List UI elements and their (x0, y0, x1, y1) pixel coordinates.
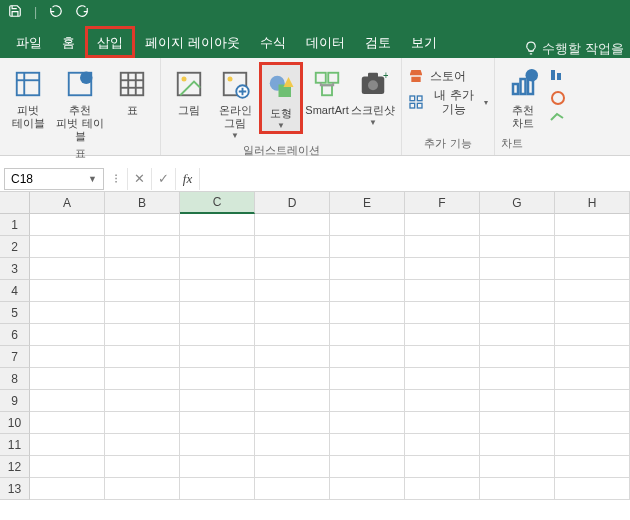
cell[interactable] (555, 280, 630, 302)
cell[interactable] (30, 456, 105, 478)
cell[interactable] (30, 412, 105, 434)
row-header[interactable]: 3 (0, 258, 30, 280)
cell[interactable] (255, 258, 330, 280)
cell[interactable] (480, 258, 555, 280)
cell[interactable] (405, 214, 480, 236)
cell[interactable] (255, 346, 330, 368)
cell[interactable] (30, 390, 105, 412)
cell[interactable] (555, 258, 630, 280)
chevron-down-icon[interactable]: ▼ (88, 174, 97, 184)
cell[interactable] (180, 456, 255, 478)
cell[interactable] (105, 456, 180, 478)
cell[interactable] (255, 236, 330, 258)
cell[interactable] (105, 346, 180, 368)
tell-me-search[interactable]: 수행할 작업을 (524, 40, 624, 58)
row-header[interactable]: 8 (0, 368, 30, 390)
cell[interactable] (180, 280, 255, 302)
cell[interactable] (480, 346, 555, 368)
cell[interactable] (480, 324, 555, 346)
cell[interactable] (255, 214, 330, 236)
cell[interactable] (180, 368, 255, 390)
cell[interactable] (255, 390, 330, 412)
cell[interactable] (555, 456, 630, 478)
cell[interactable] (405, 434, 480, 456)
cell[interactable] (30, 280, 105, 302)
cell[interactable] (180, 346, 255, 368)
tab-view[interactable]: 보기 (401, 26, 447, 58)
cell[interactable] (180, 434, 255, 456)
picture-button[interactable]: 그림 (167, 62, 211, 117)
cell[interactable] (555, 412, 630, 434)
cell[interactable] (555, 368, 630, 390)
cell[interactable] (480, 434, 555, 456)
cell[interactable] (330, 390, 405, 412)
chart-types-column[interactable] (547, 62, 569, 128)
cancel-formula-icon[interactable]: ✕ (128, 168, 152, 190)
cell[interactable] (255, 324, 330, 346)
cell[interactable] (105, 280, 180, 302)
column-header[interactable]: D (255, 192, 330, 214)
name-box[interactable]: C18 ▼ (4, 168, 104, 190)
column-header[interactable]: E (330, 192, 405, 214)
cell[interactable] (30, 236, 105, 258)
formula-input[interactable] (200, 168, 630, 190)
column-header[interactable]: A (30, 192, 105, 214)
cell[interactable] (105, 324, 180, 346)
cell[interactable] (555, 324, 630, 346)
store-button[interactable]: 스토어 (408, 66, 466, 86)
cell[interactable] (480, 302, 555, 324)
cell[interactable] (30, 214, 105, 236)
tab-review[interactable]: 검토 (355, 26, 401, 58)
shapes-button[interactable]: 도형 ▼ (259, 62, 303, 134)
online-picture-button[interactable]: 온라인 그림 ▼ (213, 62, 257, 141)
cell[interactable] (180, 258, 255, 280)
tab-home[interactable]: 홈 (52, 26, 85, 58)
row-header[interactable]: 7 (0, 346, 30, 368)
cell[interactable] (180, 302, 255, 324)
cell[interactable] (330, 346, 405, 368)
cell[interactable] (105, 258, 180, 280)
cell[interactable] (105, 302, 180, 324)
cell[interactable] (480, 236, 555, 258)
row-header[interactable]: 5 (0, 302, 30, 324)
recommended-chart-button[interactable]: ? 추천 차트 (501, 62, 545, 130)
cell[interactable] (30, 324, 105, 346)
cell[interactable] (330, 280, 405, 302)
cell[interactable] (480, 456, 555, 478)
cell[interactable] (555, 390, 630, 412)
undo-icon[interactable] (49, 4, 63, 21)
cell[interactable] (330, 302, 405, 324)
row-header[interactable]: 9 (0, 390, 30, 412)
cell[interactable] (555, 214, 630, 236)
cell[interactable] (30, 258, 105, 280)
cell[interactable] (330, 236, 405, 258)
cell[interactable] (30, 346, 105, 368)
cell[interactable] (105, 478, 180, 500)
cell[interactable] (255, 280, 330, 302)
cell[interactable] (330, 478, 405, 500)
column-header[interactable]: C (180, 192, 255, 214)
cell[interactable] (180, 478, 255, 500)
cell[interactable] (405, 280, 480, 302)
row-header[interactable]: 12 (0, 456, 30, 478)
cell[interactable] (405, 478, 480, 500)
cell[interactable] (555, 302, 630, 324)
accept-formula-icon[interactable]: ✓ (152, 168, 176, 190)
cell[interactable] (405, 456, 480, 478)
cell[interactable] (480, 478, 555, 500)
cell[interactable] (255, 412, 330, 434)
cell[interactable] (405, 390, 480, 412)
cell[interactable] (180, 324, 255, 346)
column-header[interactable]: H (555, 192, 630, 214)
redo-icon[interactable] (75, 4, 89, 21)
cell[interactable] (180, 390, 255, 412)
cell[interactable] (555, 434, 630, 456)
cell[interactable] (330, 456, 405, 478)
cell[interactable] (555, 236, 630, 258)
cell[interactable] (330, 324, 405, 346)
tab-formulas[interactable]: 수식 (250, 26, 296, 58)
formula-dropdown-icon[interactable]: ⁝ (104, 168, 128, 190)
cell[interactable] (30, 302, 105, 324)
pivot-table-button[interactable]: 피벗 테이블 (6, 62, 50, 130)
cell[interactable] (180, 236, 255, 258)
